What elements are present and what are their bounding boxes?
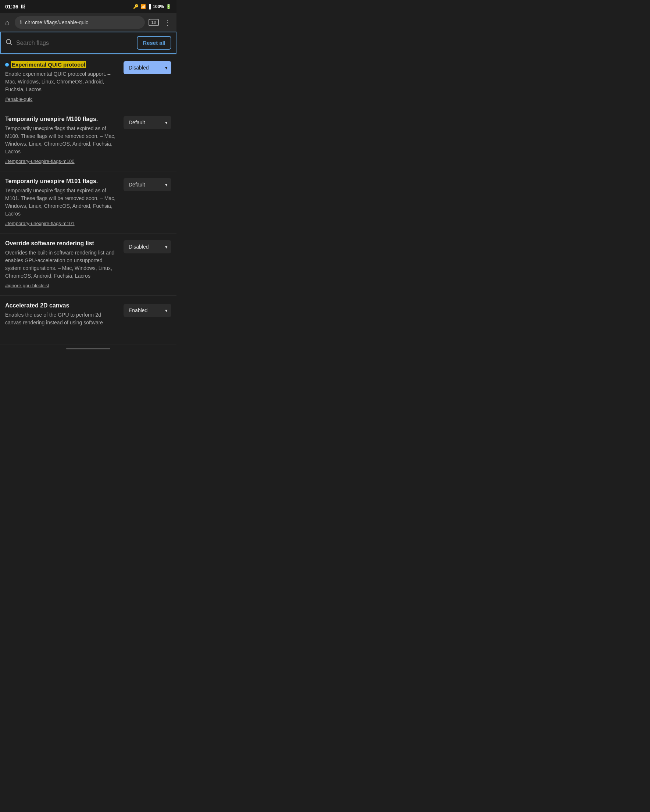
- flag-select-wrapper-2d-canvas: Default Disabled Enabled: [124, 304, 171, 317]
- wifi-icon: 📶: [140, 4, 146, 9]
- flag-control-gpu-blocklist: Default Disabled Enabled: [124, 240, 171, 253]
- status-bar: 01:36 🖼 🔑 📶 ▐ 100% 🔋: [0, 0, 177, 13]
- flag-anchor-enable-quic[interactable]: #enable-quic: [5, 96, 32, 102]
- flag-content-m100: Temporarily unexpire M100 flags. Tempora…: [5, 116, 118, 164]
- flag-item-gpu-blocklist: Override software rendering list Overrid…: [0, 234, 177, 296]
- flag-select-wrapper-gpu-blocklist: Default Disabled Enabled: [124, 240, 171, 253]
- flag-title-enable-quic: Experimental QUIC protocol: [11, 61, 86, 68]
- flag-item-m100: Temporarily unexpire M100 flags. Tempora…: [0, 109, 177, 171]
- flag-control-m100: Default Disabled Enabled: [124, 116, 171, 129]
- vpn-key-icon: 🔑: [133, 4, 139, 9]
- flag-title-gpu-blocklist: Override software rendering list: [5, 240, 118, 247]
- signal-icon: ▐: [148, 4, 151, 9]
- flag-description-m100: Temporarily unexpire flags that expired …: [5, 125, 118, 156]
- search-bar-container: Reset all: [0, 32, 177, 54]
- flag-content-m101: Temporarily unexpire M101 flags. Tempora…: [5, 178, 118, 226]
- flag-anchor-m101[interactable]: #temporary-unexpire-flags-m101: [5, 221, 75, 226]
- svg-line-1: [10, 43, 12, 45]
- url-text: chrome://flags/#enable-quic: [25, 20, 140, 25]
- photo-icon: 🖼: [21, 4, 25, 9]
- flag-item-enable-quic: Experimental QUIC protocol Enable experi…: [0, 55, 177, 109]
- flag-content-gpu-blocklist: Override software rendering list Overrid…: [5, 240, 118, 289]
- status-time: 01:36: [5, 4, 18, 9]
- more-options-button[interactable]: ⋮: [163, 17, 173, 28]
- flag-select-2d-canvas[interactable]: Default Disabled Enabled: [124, 304, 171, 317]
- flag-control-enable-quic: Disabled Default Enabled: [124, 61, 171, 74]
- flag-item-2d-canvas: Accelerated 2D canvas Enables the use of…: [0, 296, 177, 345]
- flag-description-m101: Temporarily unexpire flags that expired …: [5, 187, 118, 218]
- flag-control-2d-canvas: Default Disabled Enabled: [124, 304, 171, 317]
- flag-anchor-m100[interactable]: #temporary-unexpire-flags-m100: [5, 159, 75, 164]
- flag-select-wrapper-m100: Default Disabled Enabled: [124, 116, 171, 129]
- scroll-bar: [66, 348, 110, 350]
- flag-select-wrapper-m101: Default Disabled Enabled: [124, 178, 171, 191]
- search-input[interactable]: [16, 40, 133, 46]
- flag-select-m101[interactable]: Default Disabled Enabled: [124, 178, 171, 191]
- flag-title-row-enable-quic: Experimental QUIC protocol: [5, 61, 118, 68]
- flag-control-m101: Default Disabled Enabled: [124, 178, 171, 191]
- flags-list: Experimental QUIC protocol Enable experi…: [0, 55, 177, 345]
- flag-title-m100: Temporarily unexpire M100 flags.: [5, 116, 118, 122]
- flag-select-wrapper-enable-quic: Disabled Default Enabled: [124, 61, 171, 74]
- flag-select-m100[interactable]: Default Disabled Enabled: [124, 116, 171, 129]
- scroll-indicator: [0, 345, 177, 352]
- search-input-wrapper: [5, 38, 133, 47]
- flag-content-2d-canvas: Accelerated 2D canvas Enables the use of…: [5, 302, 118, 330]
- address-bar[interactable]: ℹ chrome://flags/#enable-quic: [15, 16, 145, 29]
- flag-description-enable-quic: Enable experimental QUIC protocol suppor…: [5, 70, 118, 93]
- flag-select-gpu-blocklist[interactable]: Default Disabled Enabled: [124, 240, 171, 253]
- flag-title-m101: Temporarily unexpire M101 flags.: [5, 178, 118, 185]
- status-bar-right: 🔑 📶 ▐ 100% 🔋: [133, 4, 171, 9]
- battery-icon: 🔋: [166, 4, 171, 9]
- flag-select-enable-quic[interactable]: Disabled Default Enabled: [124, 61, 171, 74]
- flag-anchor-gpu-blocklist[interactable]: #ignore-gpu-blocklist: [5, 283, 49, 288]
- flag-dot-enable-quic: [5, 63, 9, 67]
- flag-content-enable-quic: Experimental QUIC protocol Enable experi…: [5, 61, 118, 102]
- flag-description-2d-canvas: Enables the use of the GPU to perform 2d…: [5, 311, 118, 328]
- search-icon: [5, 38, 12, 47]
- flag-title-2d-canvas: Accelerated 2D canvas: [5, 302, 118, 309]
- chrome-toolbar: ⌂ ℹ chrome://flags/#enable-quic 13 ⋮: [0, 13, 177, 32]
- flag-item-m101: Temporarily unexpire M101 flags. Tempora…: [0, 171, 177, 234]
- flag-description-gpu-blocklist: Overrides the built-in software renderin…: [5, 249, 118, 280]
- reset-all-button[interactable]: Reset all: [137, 36, 171, 50]
- status-bar-left: 01:36 🖼: [5, 4, 25, 9]
- home-button[interactable]: ⌂: [4, 17, 11, 28]
- tab-count-button[interactable]: 13: [148, 19, 159, 26]
- battery-percentage: 100%: [153, 4, 164, 9]
- info-icon: ℹ: [20, 19, 22, 26]
